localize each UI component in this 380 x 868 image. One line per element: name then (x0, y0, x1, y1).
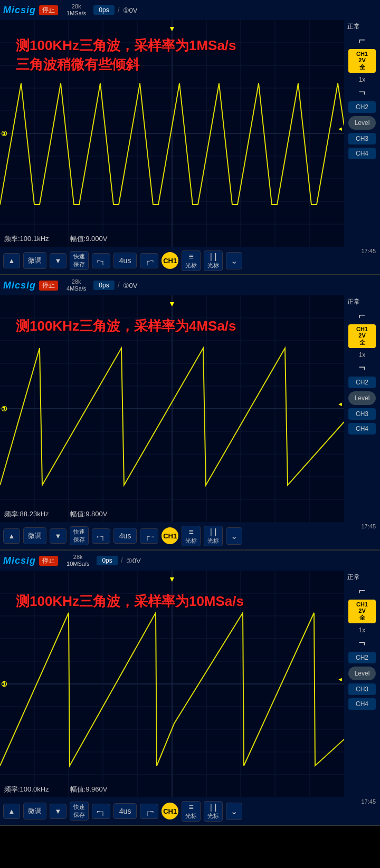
rising-edge-button-2[interactable]: ⌐┐ (92, 528, 110, 544)
status-stop-2: 停止 (39, 281, 58, 291)
down-button-1[interactable]: ▼ (50, 253, 66, 268)
fine-button-3[interactable]: 微调 (23, 803, 46, 819)
falling-edge-button-2[interactable]: ┌¬ (140, 528, 158, 544)
annotation-line1-1: 测100KHz三角波，采样率为1MSa/s (16, 36, 236, 55)
annotation-line2-1: 三角波稍微有些倾斜 (16, 55, 236, 74)
app-container: Micsig 停止 28k 1MSa/s 0ps / ①0V (0, 0, 380, 826)
freq-info-2: 频率:88.23kHz 幅值:9.800V (4, 509, 107, 519)
ch1-label-3: CH1 (351, 601, 373, 607)
memory-label-2: 28k (72, 278, 81, 285)
cursor1-button-3[interactable]: ≡ 光标 (182, 801, 201, 822)
rising-edge-button-1[interactable]: ⌐┐ (92, 253, 110, 268)
time-offset-bar-2[interactable]: 0ps (93, 281, 114, 290)
ch1-button-3[interactable]: CH1 2V 全 (348, 600, 376, 623)
ch1-label-2: CH1 (351, 326, 373, 332)
time-offset-bar-1[interactable]: 0ps (93, 5, 114, 15)
amplitude-label-2: 幅值:9.800V (70, 509, 108, 519)
quick-save-button-3[interactable]: 快速 保存 (70, 802, 89, 821)
down-button-2[interactable]: ▼ (50, 528, 66, 544)
vx-label-1: 1x (359, 76, 366, 83)
separator-3: / (121, 556, 123, 565)
cursor2-button-3[interactable]: | | 光标 (204, 801, 223, 822)
ch2-button-1[interactable]: CH2 (348, 101, 376, 113)
annotation-line1-3: 测100KHz三角波，采样率为10MSa/s (16, 592, 244, 611)
waveform-area-3: 测100KHz三角波，采样率为10MSa/s ① ◄ ▼ 频率:100.0kHz… (0, 571, 344, 797)
time-per-div-3: 4us (113, 803, 137, 819)
rising-wave-icon-2: ⌐ (359, 310, 366, 321)
quick-save-label1b-1: 保存 (73, 261, 85, 268)
top-info-2: 28k 4MSa/s (66, 278, 86, 292)
ch1-full-2: 全 (351, 339, 373, 346)
ch4-button-1[interactable]: CH4 (348, 148, 376, 159)
sample-rate-1: 1MSa/s (66, 10, 86, 17)
cursor2-label-1: 光标 (207, 262, 219, 269)
separator-2: / (118, 281, 120, 290)
ch1-button-1[interactable]: CH1 2V 全 (348, 49, 376, 73)
ch3-button-1[interactable]: CH3 (348, 133, 376, 144)
ch2-button-2[interactable]: CH2 (348, 377, 376, 388)
ch3-button-2[interactable]: CH3 (348, 408, 376, 420)
up-button-1[interactable]: ▲ (3, 253, 20, 268)
falling-edge-button-1[interactable]: ┌¬ (140, 253, 158, 268)
normal-label-1: 正常 (347, 22, 360, 31)
cursor1-button-1[interactable]: ≡ 光标 (182, 250, 201, 271)
memory-label-3: 28k (73, 554, 83, 561)
brand-logo-2: Micsig (3, 280, 36, 291)
cursor2-button-2[interactable]: | | 光标 (204, 526, 223, 546)
vx-label-2: 1x (359, 351, 366, 359)
toolbar-time-2: 17:45 (361, 523, 376, 529)
brand-logo-3: Micsig (3, 555, 36, 566)
cursor2-label-3: 光标 (207, 812, 219, 820)
cursor2-icon-2: | | (210, 527, 217, 537)
ch1-circle-2[interactable]: CH1 (162, 527, 178, 544)
ch1-marker-3: ① (1, 680, 7, 688)
falling-wave-icon-2: ¬ (359, 362, 366, 373)
cursor1-button-2[interactable]: ≡ 光标 (182, 526, 201, 546)
dropdown-button-2[interactable]: ⌄ (226, 527, 242, 545)
ch4-button-3[interactable]: CH4 (348, 698, 376, 710)
normal-label-2: 正常 (347, 297, 360, 306)
falling-wave-icon-1: ¬ (359, 86, 366, 98)
time-per-div-1: 4us (113, 253, 137, 268)
brand-logo-1: Micsig (3, 5, 36, 16)
level-marker-1: ◄ (337, 126, 343, 132)
ch1-circle-3[interactable]: CH1 (162, 803, 178, 819)
dropdown-button-3[interactable]: ⌄ (226, 803, 242, 820)
quick-save-button-2[interactable]: 快速 保存 (70, 526, 89, 545)
top-info-1: 28k 1MSa/s (66, 3, 86, 17)
level-button-3[interactable]: Level (348, 667, 376, 680)
fine-button-1[interactable]: 微调 (23, 252, 46, 269)
ch4-button-2[interactable]: CH4 (348, 423, 376, 435)
rising-wave-icon-1: ⌐ (359, 34, 366, 46)
ch1-circle-1[interactable]: CH1 (162, 252, 178, 269)
vx-label-3: 1x (359, 626, 366, 634)
display-area-3: 测100KHz三角波，采样率为10MSa/s ① ◄ ▼ 频率:100.0kHz… (0, 571, 380, 797)
ch2-button-3[interactable]: CH2 (348, 652, 376, 663)
level-button-1[interactable]: Level (348, 116, 376, 130)
down-button-3[interactable]: ▼ (50, 804, 66, 819)
up-button-2[interactable]: ▲ (3, 528, 20, 544)
time-offset-bar-3[interactable]: 0ps (97, 556, 117, 565)
fine-button-2[interactable]: 微调 (23, 527, 46, 544)
dropdown-button-1[interactable]: ⌄ (226, 252, 242, 269)
trigger-arrow-1: ▼ (168, 24, 176, 33)
scope-panel-1: Micsig 停止 28k 1MSa/s 0ps / ①0V (0, 0, 380, 275)
time-per-div-2: 4us (113, 528, 137, 544)
trigger-arrow-2: ▼ (168, 300, 176, 308)
level-button-2[interactable]: Level (348, 391, 376, 405)
ch1-label-1: CH1 (351, 51, 373, 57)
trigger-label-1: ①0V (123, 6, 138, 14)
level-marker-3: ◄ (337, 676, 343, 682)
scope-panel-2: Micsig 停止 28k 4MSa/s 0ps / ①0V (0, 275, 380, 551)
cursor2-button-1[interactable]: | | 光标 (204, 250, 223, 271)
ch3-button-3[interactable]: CH3 (348, 683, 376, 695)
annotation-text-1: 测100KHz三角波，采样率为1MSa/s 三角波稍微有些倾斜 (16, 36, 236, 74)
falling-edge-button-3[interactable]: ┌¬ (140, 804, 158, 819)
scope-panel-3: Micsig 停止 28k 10MSa/s 0ps / ①0V (0, 551, 380, 826)
quick-save-button-1[interactable]: 快速 保存 (70, 251, 89, 270)
right-sidebar-2: 正常 ⌐ CH1 2V 全 1x ¬ CH2 Level CH3 CH4 (344, 295, 380, 522)
cursor1-icon-3: ≡ (189, 803, 194, 812)
rising-edge-button-3[interactable]: ⌐┐ (92, 804, 110, 819)
up-button-3[interactable]: ▲ (3, 804, 20, 819)
ch1-button-2[interactable]: CH1 2V 全 (348, 324, 376, 348)
